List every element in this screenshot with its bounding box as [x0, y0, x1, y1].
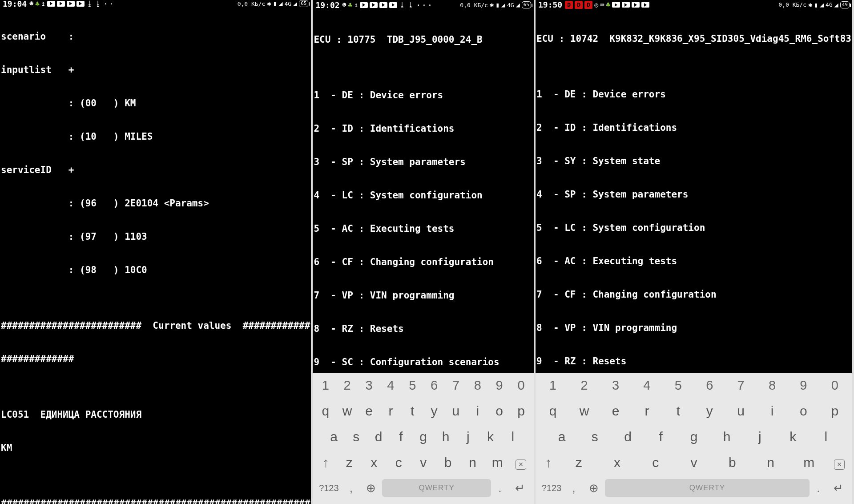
key-g[interactable]: g [412, 427, 435, 447]
key-c[interactable]: c [386, 452, 411, 473]
menu-item: 6 - AC : Executing tests [536, 256, 852, 267]
key-z[interactable]: z [337, 452, 362, 473]
backspace-icon: × [516, 460, 527, 470]
key-comma[interactable]: , [565, 478, 583, 498]
key-s[interactable]: s [578, 427, 611, 447]
key-0[interactable]: 0 [510, 375, 532, 395]
key-m[interactable]: m [790, 452, 828, 473]
key-i[interactable]: i [757, 401, 788, 421]
key-h[interactable]: h [710, 427, 743, 447]
key-a[interactable]: a [545, 427, 578, 447]
key-enter[interactable]: ↵ [827, 479, 850, 498]
terminal-output[interactable]: scenario : inputlist + : (00 ) KM : (10 … [0, 7, 311, 504]
key-backspace[interactable]: × [510, 452, 532, 473]
menu-item: 7 - VP : VIN programming [313, 290, 534, 301]
key-w[interactable]: w [568, 401, 600, 421]
menu-item: 4 - LC : System configuration [313, 190, 534, 201]
youtube-icon [77, 1, 85, 7]
menu-item: 3 - SP : System parameters [313, 157, 534, 168]
key-6[interactable]: 6 [694, 375, 725, 395]
key-b[interactable]: b [435, 452, 460, 473]
key-n[interactable]: n [460, 452, 485, 473]
key-enter[interactable]: ↵ [509, 479, 531, 498]
key-c[interactable]: c [636, 452, 675, 473]
key-p[interactable]: p [819, 401, 850, 421]
key-z[interactable]: z [560, 452, 598, 473]
key-0[interactable]: 0 [819, 375, 850, 395]
key-period[interactable]: . [491, 478, 509, 498]
key-o[interactable]: o [788, 401, 819, 421]
key-k[interactable]: k [479, 427, 501, 447]
key-4[interactable]: 4 [631, 375, 662, 395]
key-v[interactable]: v [675, 452, 713, 473]
key-j[interactable]: j [743, 427, 776, 447]
key-e[interactable]: e [358, 401, 380, 421]
key-f[interactable]: f [645, 427, 677, 447]
key-symbols[interactable]: ?123 [315, 480, 342, 496]
key-q[interactable]: q [537, 401, 568, 421]
key-h[interactable]: h [435, 427, 457, 447]
key-symbols[interactable]: ?123 [538, 480, 565, 496]
key-9[interactable]: 9 [788, 375, 819, 395]
key-r[interactable]: r [380, 401, 402, 421]
key-j[interactable]: j [457, 427, 479, 447]
key-m[interactable]: m [485, 452, 510, 473]
key-p[interactable]: p [510, 401, 532, 421]
key-y[interactable]: y [694, 401, 725, 421]
key-r[interactable]: r [631, 401, 662, 421]
key-3[interactable]: 3 [358, 375, 380, 395]
key-x[interactable]: x [598, 452, 636, 473]
key-w[interactable]: w [336, 401, 358, 421]
key-k[interactable]: k [777, 427, 810, 447]
key-9[interactable]: 9 [488, 375, 510, 395]
key-language[interactable]: ⊕ [583, 479, 605, 498]
key-d[interactable]: d [367, 427, 390, 447]
key-v[interactable]: v [411, 452, 436, 473]
key-7[interactable]: 7 [725, 375, 756, 395]
key-q[interactable]: q [314, 401, 336, 421]
terminal-output[interactable]: ECU : 10775 TDB_J95_0000_24_B 1 - DE : D… [313, 10, 534, 373]
key-period[interactable]: . [810, 478, 827, 498]
key-l[interactable]: l [502, 427, 524, 447]
key-t[interactable]: t [663, 401, 694, 421]
key-u[interactable]: u [445, 401, 467, 421]
key-o[interactable]: o [488, 401, 510, 421]
key-backspace[interactable]: × [828, 452, 850, 473]
key-6[interactable]: 6 [423, 375, 445, 395]
terminal-output[interactable]: ECU : 10742 K9K832_K9K836_X95_SID305_Vdi… [536, 9, 852, 373]
key-7[interactable]: 7 [445, 375, 467, 395]
key-3[interactable]: 3 [600, 375, 631, 395]
key-l[interactable]: l [810, 427, 842, 447]
key-1[interactable]: 1 [537, 375, 568, 395]
key-g[interactable]: g [677, 427, 710, 447]
key-e[interactable]: e [600, 401, 631, 421]
key-2[interactable]: 2 [568, 375, 600, 395]
key-4[interactable]: 4 [380, 375, 402, 395]
key-shift[interactable]: ↑ [537, 452, 560, 473]
key-shift[interactable]: ↑ [314, 452, 337, 473]
key-d[interactable]: d [611, 427, 644, 447]
key-2[interactable]: 2 [336, 375, 358, 395]
key-y[interactable]: y [423, 401, 445, 421]
key-space[interactable]: QWERTY [605, 479, 810, 497]
key-f[interactable]: f [390, 427, 412, 447]
soft-keyboard[interactable]: 1 2 3 4 5 6 7 8 9 0 q w e r t y u i o p … [536, 373, 852, 504]
key-comma[interactable]: , [342, 478, 360, 498]
key-1[interactable]: 1 [314, 375, 336, 395]
key-a[interactable]: a [322, 427, 345, 447]
key-x[interactable]: x [362, 452, 387, 473]
key-s[interactable]: s [345, 427, 367, 447]
key-b[interactable]: b [713, 452, 751, 473]
key-8[interactable]: 8 [467, 375, 488, 395]
key-5[interactable]: 5 [663, 375, 694, 395]
key-8[interactable]: 8 [757, 375, 788, 395]
term-line: : (00 ) KM [0, 98, 311, 109]
key-u[interactable]: u [725, 401, 756, 421]
key-space[interactable]: QWERTY [382, 479, 491, 497]
key-n[interactable]: n [751, 452, 790, 473]
key-t[interactable]: t [402, 401, 423, 421]
key-language[interactable]: ⊕ [360, 479, 382, 498]
key-i[interactable]: i [467, 401, 488, 421]
key-5[interactable]: 5 [402, 375, 423, 395]
soft-keyboard[interactable]: 1 2 3 4 5 6 7 8 9 0 q w e r t y u i o p … [313, 373, 534, 504]
